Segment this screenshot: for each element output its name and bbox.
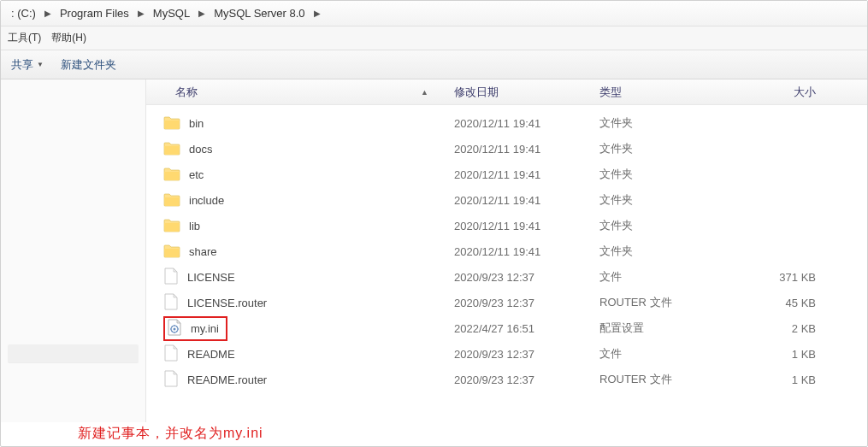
file-row[interactable]: LICENSE2020/9/23 12:37文件371 KB [146,264,867,290]
menu-help[interactable]: 帮助(H) [51,31,86,45]
file-icon [163,293,179,313]
folder-icon [163,191,180,209]
file-row[interactable]: docs2020/12/11 19:41文件夹 [146,136,867,162]
file-list-panel: 名称 ▲ 修改日期 类型 大小 bin2020/12/11 19:41文件夹do… [146,79,867,422]
file-date: 2020/12/11 19:41 [454,168,599,181]
file-row[interactable]: README.router2020/9/23 12:37ROUTER 文件1 K… [146,367,867,392]
chevron-right-icon: ▶ [39,9,56,18]
file-date: 2020/9/23 12:37 [454,271,599,284]
file-date: 2020/12/11 19:41 [454,143,599,156]
settings-file-icon [167,319,182,338]
file-name: include [189,194,224,207]
file-date: 2020/9/23 12:37 [454,373,599,386]
file-size: 1 KB [728,373,867,386]
share-label: 共享 [11,57,33,73]
column-name-label: 名称 [175,85,198,100]
folder-icon [163,217,180,235]
annotation-text: 新建记事本，并改名为my.ini [78,425,263,443]
new-folder-button[interactable]: 新建文件夹 [61,57,116,73]
new-folder-label: 新建文件夹 [61,57,116,73]
file-name: LICENSE [187,271,235,284]
breadcrumb-mysql-server[interactable]: MySQL Server 8.0 [210,7,308,20]
chevron-right-icon: ▶ [133,9,150,18]
file-type: ROUTER 文件 [599,295,728,310]
file-type: 文件夹 [599,167,728,182]
file-row[interactable]: my.ini2022/4/27 16:51配置设置2 KB [146,315,867,341]
file-type: 文件夹 [599,192,728,208]
file-date: 2020/12/11 19:41 [454,194,599,207]
breadcrumb-drive[interactable]: : (C:) [8,7,39,20]
file-name: my.ini [191,322,219,335]
file-row[interactable]: etc2020/12/11 19:41文件夹 [146,162,867,187]
menu-tools[interactable]: 工具(T) [8,31,41,45]
sidebar-placeholder[interactable] [8,344,139,363]
file-row[interactable]: bin2020/12/11 19:41文件夹 [146,110,867,136]
file-name: README [187,348,235,361]
column-date[interactable]: 修改日期 [454,85,599,100]
column-type[interactable]: 类型 [599,85,728,100]
file-type: 文件夹 [599,141,728,156]
file-type: ROUTER 文件 [599,372,728,387]
file-size: 45 KB [728,297,867,309]
breadcrumb-mysql[interactable]: MySQL [150,7,193,20]
sidebar [1,79,146,422]
file-size: 1 KB [728,348,867,361]
file-date: 2020/12/11 19:41 [454,117,599,130]
file-type: 文件夹 [599,218,728,233]
file-icon [163,268,179,287]
breadcrumb[interactable]: : (C:) ▶ Program Files ▶ MySQL ▶ MySQL S… [1,1,867,26]
file-row[interactable]: share2020/12/11 19:41文件夹 [146,238,867,264]
file-size: 371 KB [728,271,867,284]
file-row[interactable]: README2020/9/23 12:37文件1 KB [146,341,867,367]
file-icon [163,344,179,364]
highlight-box: my.ini [163,316,227,341]
folder-icon [163,166,180,184]
file-type: 文件 [599,346,728,362]
file-row[interactable]: include2020/12/11 19:41文件夹 [146,187,867,213]
file-name: etc [189,168,204,181]
file-type: 文件夹 [599,244,728,259]
folder-icon [163,140,180,158]
menu-bar: 工具(T) 帮助(H) [1,26,867,50]
file-type: 文件 [599,269,728,285]
sort-ascending-icon: ▲ [421,88,428,97]
share-button[interactable]: 共享 ▼ [11,57,44,73]
file-date: 2020/12/11 19:41 [454,245,599,258]
file-icon [163,370,179,390]
file-name: lib [189,220,200,232]
chevron-right-icon: ▶ [193,9,210,18]
file-list: bin2020/12/11 19:41文件夹docs2020/12/11 19:… [146,105,867,392]
toolbar: 共享 ▼ 新建文件夹 [1,50,867,79]
folder-icon [163,115,180,132]
file-date: 2020/12/11 19:41 [454,220,599,232]
file-row[interactable]: LICENSE.router2020/9/23 12:37ROUTER 文件45… [146,290,867,315]
file-date: 2020/9/23 12:37 [454,297,599,309]
file-size: 2 KB [728,322,867,335]
chevron-right-icon: ▶ [309,9,326,18]
column-name[interactable]: 名称 ▲ [146,85,454,100]
file-type: 配置设置 [599,321,728,336]
column-headers: 名称 ▲ 修改日期 类型 大小 [146,79,867,105]
column-size[interactable]: 大小 [728,85,867,100]
breadcrumb-program-files[interactable]: Program Files [56,7,133,20]
folder-icon [163,243,180,261]
file-name: share [189,245,217,258]
file-row[interactable]: lib2020/12/11 19:41文件夹 [146,213,867,238]
chevron-down-icon: ▼ [37,61,44,68]
file-name: bin [189,117,204,130]
file-name: LICENSE.router [187,297,267,309]
file-date: 2020/9/23 12:37 [454,348,599,361]
file-date: 2022/4/27 16:51 [454,322,599,335]
file-type: 文件夹 [599,115,728,131]
file-name: docs [189,143,212,156]
file-name: README.router [187,373,267,386]
